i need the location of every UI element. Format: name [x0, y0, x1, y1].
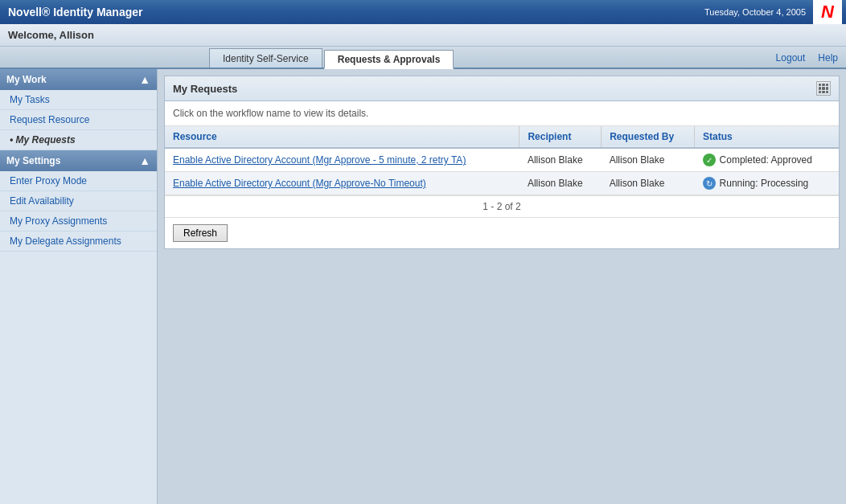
- table-header-row: Resource Recipient Requested By Status: [165, 126, 839, 148]
- cell-status: ↻Running: Processing: [695, 172, 839, 195]
- content-area: My Requests Click on the workflow name t…: [158, 69, 846, 504]
- sidebar-item-enter-proxy-mode[interactable]: Enter Proxy Mode: [0, 171, 157, 191]
- refresh-button[interactable]: Refresh: [173, 224, 228, 242]
- app-header: Novell® Identity Manager Tuesday, Octobe…: [0, 0, 846, 24]
- nav-tabs: Identity Self-Service Requests & Approva…: [0, 47, 846, 69]
- sidebar-item-my-delegate-assignments[interactable]: My Delegate Assignments: [0, 232, 157, 252]
- table-row: Enable Active Directory Account (Mgr App…: [165, 172, 839, 195]
- requests-table-container: Resource Recipient Requested By Status E…: [165, 126, 839, 195]
- main-layout: My Work ▲ My Tasks Request Resource My R…: [0, 69, 846, 504]
- app-title: Novell® Identity Manager: [8, 6, 142, 18]
- grid-dot: [822, 84, 824, 86]
- logout-link[interactable]: Logout: [776, 52, 806, 64]
- requests-table: Resource Recipient Requested By Status E…: [165, 126, 839, 195]
- tab-requests-approvals[interactable]: Requests & Approvals: [324, 50, 454, 69]
- sidebar-item-edit-availability[interactable]: Edit Availability: [0, 191, 157, 211]
- panel-header: My Requests: [165, 76, 839, 101]
- status-completed-icon: ✓: [703, 154, 716, 166]
- col-recipient: Recipient: [520, 126, 602, 148]
- cell-recipient: Allison Blake: [520, 172, 602, 195]
- grid-dot: [819, 87, 821, 89]
- status-running-icon: ↻: [703, 177, 716, 190]
- tab-identity-self-service[interactable]: Identity Self-Service: [209, 48, 322, 68]
- grid-dot: [819, 84, 821, 86]
- panel-hint: Click on the workflow name to view its d…: [165, 101, 839, 126]
- grid-dot: [819, 91, 821, 93]
- panel-title: My Requests: [173, 83, 237, 95]
- sidebar: My Work ▲ My Tasks Request Resource My R…: [0, 69, 158, 504]
- panel-grid-icon[interactable]: [816, 81, 831, 96]
- my-requests-panel: My Requests Click on the workflow name t…: [164, 76, 840, 249]
- col-status: Status: [695, 126, 839, 148]
- cell-status: ✓Completed: Approved: [695, 148, 839, 172]
- resource-link[interactable]: Enable Active Directory Account (Mgr App…: [173, 178, 426, 189]
- help-link[interactable]: Help: [818, 52, 838, 64]
- collapse-my-work-icon[interactable]: ▲: [139, 73, 150, 86]
- sidebar-section-my-settings[interactable]: My Settings ▲: [0, 150, 157, 171]
- grid-dot: [822, 91, 824, 93]
- sidebar-section-my-work[interactable]: My Work ▲: [0, 69, 157, 90]
- status-label: Running: Processing: [720, 178, 809, 189]
- col-requested-by: Requested By: [602, 126, 695, 148]
- status-cell: ✓Completed: Approved: [703, 154, 831, 166]
- sidebar-item-my-tasks[interactable]: My Tasks: [0, 90, 157, 110]
- col-resource: Resource: [165, 126, 520, 148]
- grid-dot: [826, 84, 828, 86]
- status-cell: ↻Running: Processing: [703, 177, 831, 190]
- sidebar-item-my-proxy-assignments[interactable]: My Proxy Assignments: [0, 211, 157, 232]
- requests-tbody: Enable Active Directory Account (Mgr App…: [165, 148, 839, 195]
- collapse-my-settings-icon[interactable]: ▲: [139, 154, 150, 167]
- cell-recipient: Allison Blake: [520, 148, 602, 172]
- grid-dot: [822, 87, 824, 89]
- sidebar-section-my-settings-label: My Settings: [6, 155, 60, 166]
- cell-resource: Enable Active Directory Account (Mgr App…: [165, 148, 520, 172]
- cell-requested-by: Allison Blake: [602, 172, 695, 195]
- status-label: Completed: Approved: [720, 154, 812, 166]
- nav-right-links: Logout Help: [776, 52, 838, 64]
- novell-logo: N: [813, 0, 842, 24]
- refresh-section: Refresh: [165, 218, 839, 248]
- grid-dot: [826, 87, 828, 89]
- grid-dot: [826, 91, 828, 93]
- sidebar-section-my-work-label: My Work: [6, 74, 47, 85]
- welcome-bar: Welcome, Allison: [0, 24, 846, 47]
- welcome-text: Welcome, Allison: [8, 29, 94, 41]
- sidebar-item-my-requests[interactable]: My Requests: [0, 130, 157, 150]
- resource-link[interactable]: Enable Active Directory Account (Mgr App…: [173, 154, 466, 166]
- header-date: Tuesday, October 4, 2005: [704, 7, 806, 17]
- cell-requested-by: Allison Blake: [602, 148, 695, 172]
- pagination: 1 - 2 of 2: [165, 195, 839, 218]
- table-row: Enable Active Directory Account (Mgr App…: [165, 148, 839, 172]
- sidebar-item-request-resource[interactable]: Request Resource: [0, 110, 157, 130]
- cell-resource: Enable Active Directory Account (Mgr App…: [165, 172, 520, 195]
